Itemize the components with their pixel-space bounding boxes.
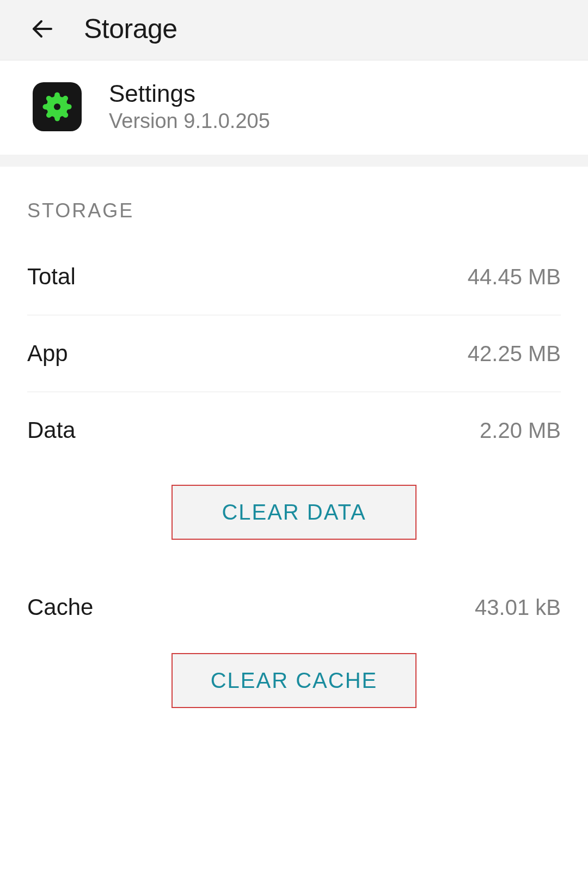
clear-data-wrap: CLEAR DATA (27, 468, 561, 572)
storage-value: 42.25 MB (468, 342, 561, 366)
storage-label: Cache (27, 594, 93, 620)
storage-value: 43.01 kB (475, 595, 561, 620)
page-title: Storage (84, 13, 177, 45)
storage-row-data: Data 2.20 MB (27, 392, 561, 468)
storage-row-cache: Cache 43.01 kB (27, 572, 561, 637)
app-version: Version 9.1.0.205 (109, 109, 270, 133)
storage-section: STORAGE Total 44.45 MB App 42.25 MB Data… (0, 167, 588, 752)
header-bar: Storage (0, 0, 588, 60)
storage-label: Total (27, 264, 76, 290)
storage-value: 44.45 MB (468, 265, 561, 289)
app-icon (33, 82, 82, 131)
clear-cache-wrap: CLEAR CACHE (27, 637, 561, 741)
arrow-left-icon (29, 16, 56, 42)
storage-label: Data (27, 417, 76, 443)
svg-point-1 (54, 103, 60, 109)
gear-icon (41, 91, 73, 123)
storage-row-total: Total 44.45 MB (27, 239, 561, 315)
app-details: Settings Version 9.1.0.205 (109, 80, 270, 133)
back-button[interactable] (27, 14, 58, 44)
section-header: STORAGE (27, 199, 561, 222)
app-name: Settings (109, 80, 270, 107)
clear-data-button[interactable]: CLEAR DATA (171, 485, 416, 540)
storage-row-app: App 42.25 MB (27, 315, 561, 392)
storage-value: 2.20 MB (480, 418, 561, 443)
clear-cache-button[interactable]: CLEAR CACHE (171, 653, 416, 708)
section-divider (0, 155, 588, 167)
storage-label: App (27, 340, 68, 367)
app-info-section: Settings Version 9.1.0.205 (0, 60, 588, 155)
